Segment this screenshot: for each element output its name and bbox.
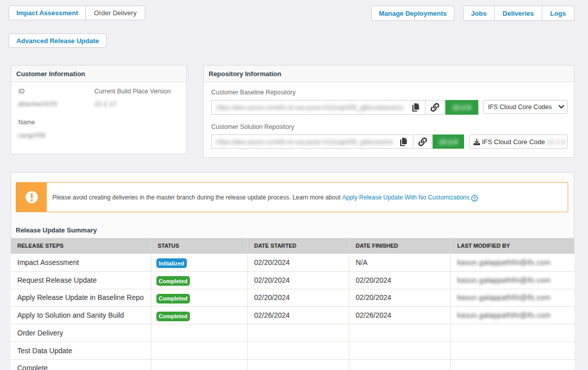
svg-text:?: ? bbox=[473, 196, 476, 201]
